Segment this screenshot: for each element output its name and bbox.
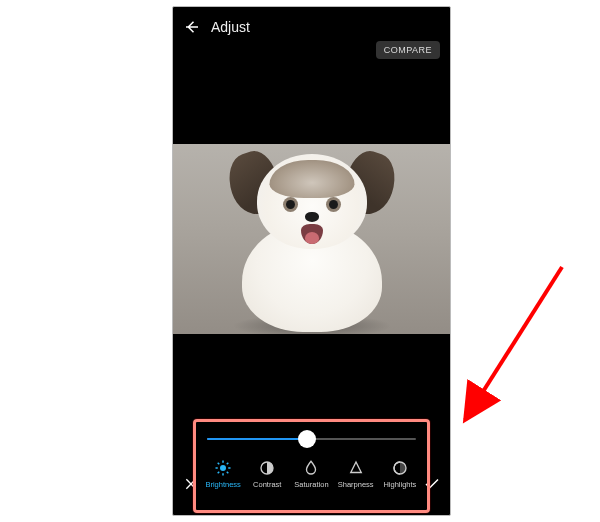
- adjust-slider[interactable]: [173, 421, 450, 457]
- tool-saturation[interactable]: Saturation: [290, 459, 332, 489]
- check-icon: [423, 475, 441, 493]
- adjust-controls: BrightnessContrastSaturationSharpnessHig…: [173, 421, 450, 515]
- tool-label: Brightness: [205, 480, 240, 489]
- page-title: Adjust: [211, 19, 250, 35]
- tool-sharpness[interactable]: Sharpness: [335, 459, 377, 489]
- cancel-button[interactable]: [181, 474, 201, 494]
- svg-point-0: [220, 465, 226, 471]
- svg-line-5: [218, 463, 220, 465]
- tool-label: Contrast: [253, 480, 281, 489]
- tool-label: Sharpness: [338, 480, 374, 489]
- tool-brightness[interactable]: Brightness: [202, 459, 244, 489]
- contrast-icon: [258, 459, 276, 477]
- photo-editor-screen: Adjust COMPARE: [172, 6, 451, 516]
- close-icon: [183, 476, 199, 492]
- brightness-icon: [214, 459, 232, 477]
- slider-fill: [207, 438, 307, 440]
- image-canvas[interactable]: [173, 47, 450, 421]
- slider-track: [207, 438, 416, 440]
- svg-line-7: [218, 472, 220, 474]
- compare-button[interactable]: COMPARE: [376, 41, 440, 59]
- compare-label: COMPARE: [384, 45, 432, 55]
- tool-label: Highlights: [383, 480, 416, 489]
- back-button[interactable]: [183, 18, 201, 36]
- slider-thumb[interactable]: [298, 430, 316, 448]
- saturation-icon: [302, 459, 320, 477]
- highlights-icon: [391, 459, 409, 477]
- tool-label: Saturation: [294, 480, 328, 489]
- sharpness-icon: [347, 459, 365, 477]
- tools-row: BrightnessContrastSaturationSharpnessHig…: [173, 457, 450, 509]
- arrow-left-icon: [183, 18, 201, 36]
- svg-line-6: [227, 472, 229, 474]
- svg-line-8: [227, 463, 229, 465]
- svg-line-11: [465, 267, 562, 420]
- tool-contrast[interactable]: Contrast: [246, 459, 288, 489]
- confirm-button[interactable]: [422, 474, 442, 494]
- edited-photo: [173, 144, 450, 334]
- tool-highlights[interactable]: Highlights: [379, 459, 421, 489]
